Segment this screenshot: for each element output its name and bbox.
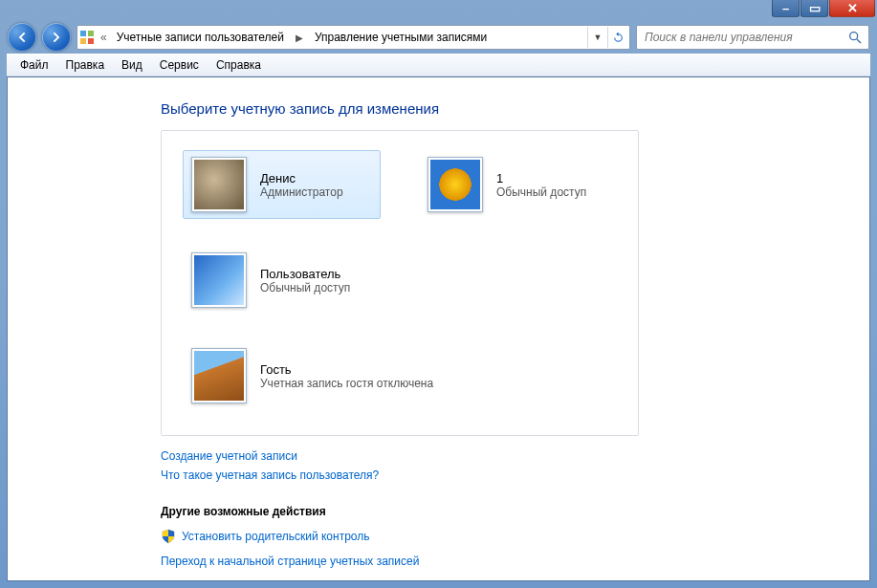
maximize-icon: ▭ (809, 1, 821, 15)
accounts-panel: Денис Администратор 1 Обычный доступ (161, 130, 639, 436)
account-role: Обычный доступ (496, 185, 586, 199)
page-title: Выберите учетную запись для изменения (161, 100, 850, 117)
svg-point-4 (850, 33, 858, 40)
avatar-suitcase-icon (194, 351, 244, 401)
parental-control-link[interactable]: Установить родительский контроль (182, 530, 370, 543)
account-role: Обычный доступ (260, 281, 350, 294)
account-role: Учетная запись гостя отключена (260, 377, 433, 390)
svg-rect-0 (80, 31, 86, 36)
refresh-icon (612, 32, 625, 44)
account-item-polzovatel[interactable]: Пользователь Обычный доступ (183, 246, 381, 315)
forward-arrow-icon (49, 30, 64, 45)
account-name: 1 (496, 171, 586, 185)
account-item-guest[interactable]: Гость Учетная запись гостя отключена (183, 341, 617, 410)
breadcrumb-segment-2[interactable]: Управление учетными записями (311, 31, 491, 44)
chevron-down-icon: ▼ (594, 33, 603, 42)
account-item-denis[interactable]: Денис Администратор (183, 150, 381, 219)
avatar (191, 157, 247, 212)
menu-bar: Файл Правка Вид Сервис Справка (7, 54, 870, 76)
close-icon: ✕ (847, 1, 858, 15)
address-bar[interactable]: « Учетные записи пользователей ▶ Управле… (77, 25, 630, 50)
goto-accounts-home-link[interactable]: Переход к начальной странице учетных зап… (161, 555, 850, 568)
search-input[interactable] (643, 30, 847, 45)
avatar-sunflower-icon (430, 160, 480, 209)
close-button[interactable]: ✕ (829, 0, 875, 17)
menu-help[interactable]: Справка (208, 56, 269, 74)
svg-rect-2 (80, 38, 86, 44)
back-arrow-icon (14, 30, 30, 45)
shield-icon (161, 529, 176, 544)
menu-view[interactable]: Вид (114, 56, 150, 74)
menu-tools[interactable]: Сервис (152, 56, 207, 74)
svg-line-5 (857, 39, 861, 43)
svg-rect-3 (88, 38, 94, 44)
chevron-right-icon[interactable]: ▶ (292, 33, 307, 43)
other-actions: Другие возможные действия Установить род… (161, 505, 850, 568)
avatar (191, 252, 247, 308)
search-box[interactable] (636, 25, 869, 50)
breadcrumb-segment-1[interactable]: Учетные записи пользователей (113, 31, 288, 44)
maximize-button[interactable]: ▭ (800, 0, 828, 17)
account-name: Пользователь (260, 267, 350, 281)
other-actions-heading: Другие возможные действия (161, 505, 850, 518)
create-account-link[interactable]: Создание учетной записи (161, 449, 850, 463)
avatar-coaster-icon (194, 255, 244, 305)
back-button[interactable] (8, 23, 36, 52)
breadcrumb-prefix: « (99, 31, 109, 44)
menu-file[interactable]: Файл (12, 56, 56, 74)
nav-row: « Учетные записи пользователей ▶ Управле… (0, 21, 877, 54)
account-item-1[interactable]: 1 Обычный доступ (419, 150, 617, 219)
control-panel-icon (79, 30, 95, 45)
address-dropdown-button[interactable]: ▼ (587, 27, 607, 48)
forward-button[interactable] (42, 23, 71, 52)
minimize-button[interactable]: – (772, 0, 800, 17)
titlebar: – ▭ ✕ (0, 0, 877, 21)
svg-rect-1 (88, 31, 94, 36)
menu-edit[interactable]: Правка (58, 56, 113, 74)
avatar (428, 157, 483, 212)
account-name: Гость (260, 362, 433, 377)
avatar-cat-icon (194, 160, 244, 209)
refresh-button[interactable] (607, 27, 627, 48)
link-list: Создание учетной записи Что такое учетна… (161, 449, 850, 482)
search-icon (847, 30, 863, 45)
account-name: Денис (260, 171, 343, 185)
what-is-account-link[interactable]: Что такое учетная запись пользователя? (161, 468, 850, 482)
minimize-icon: – (782, 1, 789, 15)
avatar (191, 348, 247, 403)
account-role: Администратор (260, 185, 343, 199)
content-area: Выберите учетную запись для изменения Де… (8, 77, 869, 581)
